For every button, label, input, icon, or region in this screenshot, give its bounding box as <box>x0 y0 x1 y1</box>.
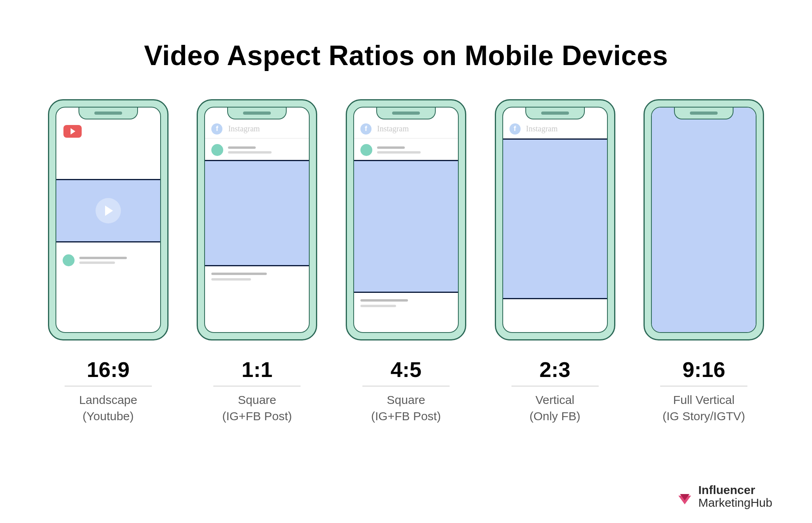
speaker-slot <box>243 112 271 115</box>
video-area-1-1 <box>205 160 309 266</box>
divider <box>213 386 301 386</box>
phone-screen <box>651 107 756 333</box>
col-9-16: 9:16 Full Vertical (IG Story/IGTV) <box>635 99 772 424</box>
placeholder-line <box>228 146 256 149</box>
phone-frame: f Instagram <box>197 99 317 340</box>
youtube-icon <box>63 125 82 138</box>
facebook-icon: f <box>211 123 222 135</box>
placeholder-line <box>377 151 421 154</box>
avatar <box>211 144 223 156</box>
col-1-1: f Instagram <box>189 99 326 424</box>
phone-frame <box>48 99 169 340</box>
placeholder-line <box>79 257 127 259</box>
placeholder-line <box>377 146 405 149</box>
below-video-filler <box>205 266 309 287</box>
instagram-label: Instagram <box>228 124 260 133</box>
ratio-label: 2:3 <box>540 357 571 382</box>
play-icon <box>96 198 121 223</box>
brand-logo: Influencer MarketingHub <box>677 484 772 509</box>
divider <box>511 386 599 386</box>
col-2-3: f Instagram 2:3 Vertical (Only FB) <box>486 99 624 424</box>
ratio-description: Vertical (Only FB) <box>529 392 580 424</box>
phone-notch <box>79 108 138 119</box>
placeholder-line <box>211 273 267 275</box>
phone-frame <box>643 99 764 340</box>
phone-notch <box>227 108 287 119</box>
instagram-label: Instagram <box>377 124 409 133</box>
divider <box>660 386 747 386</box>
instagram-label: Instagram <box>526 124 558 133</box>
phone-notch <box>525 108 585 119</box>
placeholder-line <box>360 299 408 302</box>
avatar <box>63 254 75 266</box>
divider <box>65 386 152 386</box>
avatar <box>360 144 372 156</box>
ratio-description: Square (IG+FB Post) <box>371 392 441 424</box>
brand-text: Influencer MarketingHub <box>698 484 772 509</box>
app-header: f Instagram <box>354 119 458 138</box>
app-header: f Instagram <box>205 119 309 138</box>
col-16-9: 16:9 Landscape (Youtube) <box>40 99 177 424</box>
speaker-slot <box>94 112 122 115</box>
phone-screen: f Instagram <box>204 107 310 333</box>
ratio-label: 4:5 <box>391 357 421 382</box>
placeholder-line <box>360 305 396 307</box>
video-area-9-16 <box>652 108 756 332</box>
phone-frame: f Instagram <box>495 99 615 340</box>
video-area-2-3 <box>503 138 607 299</box>
col-4-5: f Instagram <box>337 99 475 424</box>
speaker-slot <box>392 112 420 115</box>
below-video-filler <box>354 293 458 313</box>
phone-screen: f Instagram <box>502 107 608 333</box>
facebook-icon: f <box>509 123 521 135</box>
below-video-filler <box>56 242 160 277</box>
phone-notch <box>376 108 436 119</box>
divider <box>362 386 450 386</box>
phone-notch <box>674 108 733 119</box>
speaker-slot <box>690 112 718 115</box>
post-header <box>354 138 458 160</box>
facebook-icon: f <box>360 123 372 135</box>
post-header <box>205 138 309 160</box>
video-area-4-5 <box>354 160 458 293</box>
page-title: Video Aspect Ratios on Mobile Devices <box>40 40 772 71</box>
placeholder-line <box>211 278 251 281</box>
app-header: f Instagram <box>503 119 607 138</box>
ratio-label: 1:1 <box>241 357 272 382</box>
phones-row: 16:9 Landscape (Youtube) f Instagram <box>40 99 772 424</box>
ratio-label: 16:9 <box>87 357 130 382</box>
ratio-description: Full Vertical (IG Story/IGTV) <box>663 392 745 424</box>
brand-mark-icon <box>677 488 693 504</box>
ratio-label: 9:16 <box>682 357 725 382</box>
phone-screen: f Instagram <box>353 107 459 333</box>
speaker-slot <box>541 112 569 115</box>
phone-frame: f Instagram <box>346 99 466 340</box>
ratio-description: Landscape (Youtube) <box>79 392 137 424</box>
ratio-description: Square (IG+FB Post) <box>222 392 292 424</box>
placeholder-line <box>79 262 115 264</box>
video-area-16-9 <box>56 179 160 242</box>
placeholder-line <box>228 151 272 154</box>
phone-screen <box>56 107 161 333</box>
